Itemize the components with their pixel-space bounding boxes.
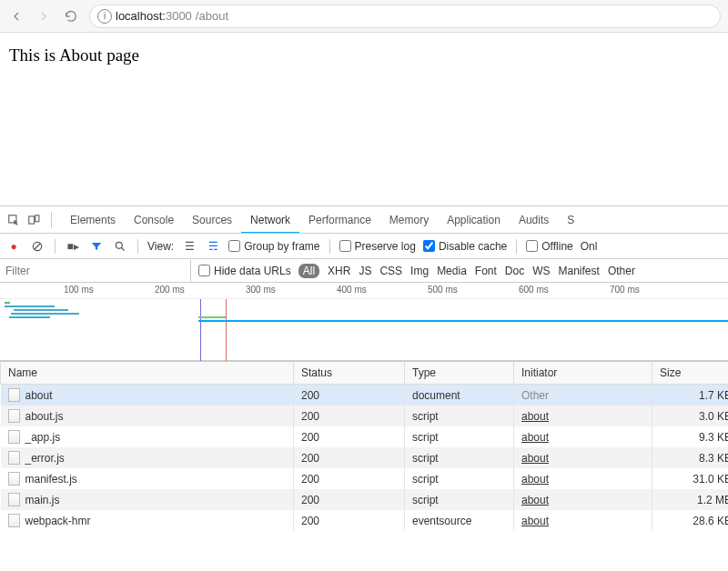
initiator-link[interactable]: about	[521, 473, 549, 486]
request-name: manifest.js	[25, 473, 77, 486]
request-size: 9.3 KB	[652, 426, 729, 447]
request-status: 200	[294, 406, 405, 426]
filter-type-doc[interactable]: Doc	[505, 265, 524, 277]
reload-icon	[64, 9, 78, 24]
network-toolbar: ● ■▸ View: ☰ ☴ Group by frame Preserve l…	[0, 234, 728, 259]
filter-type-media[interactable]: Media	[437, 265, 467, 277]
initiator-link[interactable]: about	[521, 452, 549, 465]
inspect-icon[interactable]	[5, 212, 22, 228]
col-size[interactable]: Size	[652, 362, 729, 385]
filter-type-img[interactable]: Img	[410, 265, 429, 277]
request-type: script	[405, 426, 514, 447]
request-status: 200	[294, 426, 405, 447]
col-type[interactable]: Type	[405, 362, 514, 385]
table-row[interactable]: about200documentOther1.7 KB	[1, 385, 729, 406]
file-icon	[8, 388, 20, 402]
nav-forward-button[interactable]	[35, 7, 53, 25]
col-status[interactable]: Status	[294, 362, 405, 385]
request-size: 31.0 KB	[652, 468, 729, 489]
table-row[interactable]: _error.js200scriptabout8.3 KB	[1, 447, 729, 468]
request-status: 200	[294, 447, 405, 468]
svg-rect-2	[35, 215, 39, 221]
browser-toolbar: i localhost:3000 /about	[0, 0, 728, 33]
request-status: 200	[294, 510, 405, 531]
table-row[interactable]: manifest.js200scriptabout31.0 KB	[1, 468, 729, 489]
devtools-tabs: ElementsConsoleSourcesNetworkPerformance…	[0, 206, 728, 234]
filter-type-js[interactable]: JS	[359, 265, 371, 277]
svg-point-5	[116, 242, 122, 248]
offline-checkbox[interactable]: Offline	[526, 240, 572, 253]
tab-performance[interactable]: Performance	[299, 206, 380, 234]
table-row[interactable]: _app.js200scriptabout9.3 KB	[1, 426, 729, 447]
request-name: about.js	[25, 410, 64, 423]
clear-button[interactable]	[29, 238, 46, 255]
initiator-link[interactable]: about	[521, 431, 549, 444]
request-type: script	[405, 447, 514, 468]
tab-console[interactable]: Console	[125, 206, 183, 234]
url-path: /about	[196, 9, 228, 23]
request-name: webpack-hmr	[25, 515, 91, 527]
table-row[interactable]: about.js200scriptabout3.0 KB	[1, 406, 729, 426]
request-size: 8.3 KB	[652, 447, 729, 468]
tab-s[interactable]: S	[558, 206, 583, 234]
record-button[interactable]: ●	[5, 238, 22, 255]
filter-type-css[interactable]: CSS	[379, 265, 402, 277]
camera-icon[interactable]: ■▸	[65, 238, 81, 255]
network-timeline[interactable]: 100 ms200 ms300 ms400 ms500 ms600 ms700 …	[0, 283, 728, 361]
timeline-tick: 300 ms	[246, 285, 276, 295]
initiator-link[interactable]: about	[521, 494, 549, 506]
table-row[interactable]: main.js200scriptabout1.2 MB	[1, 489, 729, 510]
tab-memory[interactable]: Memory	[380, 206, 438, 234]
arrow-right-icon	[36, 9, 51, 24]
request-type: eventsource	[405, 510, 514, 531]
nav-back-button[interactable]	[7, 7, 25, 25]
tab-audits[interactable]: Audits	[510, 206, 558, 234]
filter-type-xhr[interactable]: XHR	[328, 265, 350, 277]
group-by-frame-checkbox[interactable]: Group by frame	[228, 240, 319, 253]
filter-toggle-icon[interactable]	[88, 238, 105, 255]
view-list-icon[interactable]: ☰	[181, 238, 197, 255]
filter-type-ws[interactable]: WS	[532, 265, 550, 277]
filter-type-manifest[interactable]: Manifest	[559, 265, 600, 277]
view-waterfall-icon[interactable]: ☴	[205, 238, 221, 255]
timeline-tick: 400 ms	[337, 285, 367, 295]
file-icon	[8, 493, 20, 506]
filter-type-other[interactable]: Other	[608, 265, 635, 277]
online-dropdown[interactable]: Onl	[581, 240, 598, 253]
request-name: _app.js	[25, 431, 61, 444]
nav-reload-button[interactable]	[62, 7, 80, 25]
request-size: 1.7 KB	[652, 385, 729, 406]
tab-application[interactable]: Application	[438, 206, 510, 234]
url-host: localhost:3000	[116, 9, 192, 23]
tab-sources[interactable]: Sources	[183, 206, 241, 234]
col-name[interactable]: Name	[1, 362, 294, 385]
filter-input[interactable]	[0, 260, 191, 282]
file-icon	[8, 451, 20, 465]
device-toggle-icon[interactable]	[25, 212, 42, 228]
col-initiator[interactable]: Initiator	[514, 362, 652, 385]
hide-data-urls-checkbox[interactable]: Hide data URLs	[198, 265, 291, 277]
timeline-tick: 100 ms	[64, 285, 94, 295]
url-bar[interactable]: i localhost:3000 /about	[89, 5, 721, 28]
filter-type-font[interactable]: Font	[475, 265, 497, 277]
table-row[interactable]: webpack-hmr200eventsourceabout28.6 KB	[1, 510, 729, 531]
network-filter-bar: Hide data URLs AllXHRJSCSSImgMediaFontDo…	[0, 259, 728, 283]
request-type: script	[405, 406, 514, 426]
timeline-body	[0, 299, 728, 361]
timeline-tick: 600 ms	[519, 285, 549, 295]
tab-network[interactable]: Network	[241, 206, 299, 234]
file-icon	[8, 409, 20, 423]
disable-cache-checkbox[interactable]: Disable cache	[423, 240, 507, 253]
preserve-log-checkbox[interactable]: Preserve log	[339, 240, 416, 253]
site-info-icon[interactable]: i	[97, 9, 112, 24]
tab-elements[interactable]: Elements	[61, 206, 125, 234]
initiator-link[interactable]: about	[521, 410, 549, 423]
devtools-panel: ElementsConsoleSourcesNetworkPerformance…	[0, 205, 728, 531]
request-size: 3.0 KB	[652, 406, 729, 426]
initiator-link[interactable]: about	[521, 515, 549, 527]
view-label: View:	[147, 240, 174, 253]
filter-type-all[interactable]: All	[298, 264, 319, 278]
file-icon	[8, 430, 20, 444]
search-icon[interactable]	[112, 238, 128, 255]
network-table: NameStatusTypeInitiatorSizeT about200doc…	[0, 361, 728, 531]
